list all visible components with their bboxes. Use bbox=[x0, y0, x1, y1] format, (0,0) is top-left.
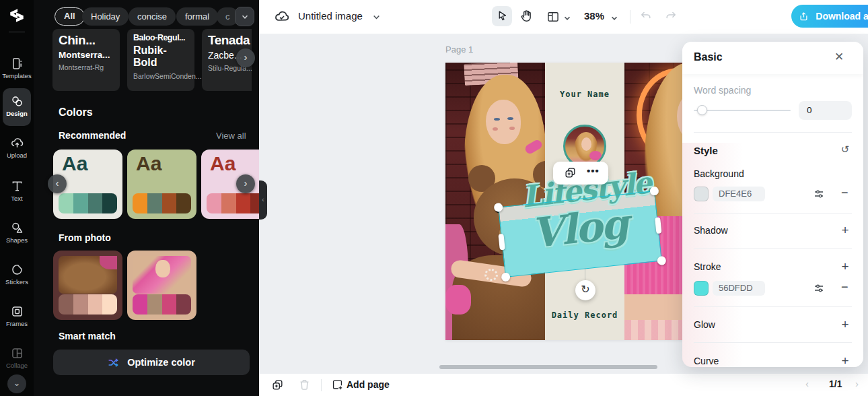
word-spacing-slider-handle[interactable] bbox=[697, 105, 707, 115]
background-adjust-icon[interactable] bbox=[813, 188, 825, 203]
zoom-level-value[interactable]: 38% bbox=[584, 10, 604, 22]
font-card-title: Chin... bbox=[59, 33, 114, 48]
bottombar-divider bbox=[321, 379, 322, 391]
swatch bbox=[59, 294, 73, 315]
layout-tool-icon[interactable] bbox=[546, 10, 560, 26]
design-icon bbox=[0, 94, 34, 108]
photo-palette-card[interactable] bbox=[127, 251, 196, 320]
filter-chip-all[interactable]: All bbox=[55, 7, 85, 26]
zoom-chevron-down-icon[interactable] bbox=[610, 13, 618, 25]
horizontal-scrollbar[interactable] bbox=[439, 365, 657, 369]
more-options-icon[interactable]: ••• bbox=[587, 165, 600, 176]
photo-thumbnail bbox=[59, 256, 117, 294]
rotate-handle[interactable]: ↻ bbox=[575, 280, 595, 300]
chevron-left-icon: ‹ bbox=[262, 196, 264, 203]
font-card[interactable]: Baloo-Regul... Rubik-Bold BarlowSemiCond… bbox=[127, 29, 194, 91]
sidebar-item-text[interactable]: Text bbox=[0, 179, 34, 202]
next-page-icon[interactable]: › bbox=[855, 378, 859, 389]
word-spacing-slider-track[interactable] bbox=[694, 110, 791, 111]
add-page-icon[interactable] bbox=[331, 378, 344, 394]
smart-match-heading: Smart match bbox=[59, 331, 116, 341]
stroke-add-button[interactable]: + bbox=[838, 259, 852, 274]
filter-chip-formal[interactable]: formal bbox=[176, 7, 218, 26]
stroke-adjust-icon[interactable] bbox=[813, 282, 825, 297]
sidebar: Templates Design Upload Text Shapes Stic… bbox=[0, 0, 34, 396]
palette-sample-text: Aa bbox=[53, 150, 122, 175]
stroke-hex-input[interactable]: 56DFDD bbox=[713, 281, 765, 296]
sidebar-item-stickers[interactable]: Stickers bbox=[0, 263, 34, 286]
sidebar-expand-button[interactable]: ⌄ bbox=[7, 374, 26, 393]
palette-carousel-next-button[interactable]: › bbox=[236, 174, 255, 193]
duplicate-page-icon[interactable] bbox=[271, 378, 284, 394]
font-card[interactable]: Chin... Montserra... Montserrat-Rg bbox=[52, 29, 120, 91]
background-color-swatch[interactable] bbox=[694, 187, 709, 201]
photo-palette-card[interactable] bbox=[53, 251, 122, 320]
curve-add-button[interactable]: + bbox=[838, 354, 852, 367]
filter-chip-holiday[interactable]: Holiday bbox=[82, 7, 129, 26]
panel-divider bbox=[694, 342, 852, 343]
curve-label: Curve bbox=[694, 356, 719, 366]
background-hex-input[interactable]: DFE4E6 bbox=[713, 187, 765, 201]
palette-sample-text: Aa bbox=[127, 150, 196, 175]
sidebar-item-upload[interactable]: Upload bbox=[0, 136, 34, 159]
sidebar-item-collage[interactable]: Collage bbox=[0, 346, 34, 369]
font-carousel-next-button[interactable]: › bbox=[236, 48, 255, 67]
sidebar-item-shapes[interactable]: Shapes bbox=[0, 221, 34, 244]
swatch bbox=[59, 193, 73, 213]
palette-card[interactable]: Aa bbox=[127, 150, 196, 219]
undo-icon[interactable] bbox=[639, 9, 653, 26]
swatch bbox=[250, 193, 259, 213]
sidebar-item-label: Stickers bbox=[0, 278, 34, 286]
panel-collapse-handle[interactable]: ‹ bbox=[259, 180, 267, 220]
bottom-bar: Add page ‹ 1/1 › bbox=[259, 374, 868, 396]
sidebar-item-design[interactable]: Design bbox=[0, 94, 34, 117]
swatch bbox=[207, 193, 221, 213]
swatch bbox=[147, 193, 162, 213]
document-title[interactable]: Untitled image bbox=[298, 10, 363, 22]
sidebar-item-label: Templates bbox=[0, 72, 34, 79]
daily-record-text[interactable]: Daily Record bbox=[545, 310, 624, 320]
palette-carousel-prev-button[interactable]: ‹ bbox=[48, 174, 67, 193]
download-all-button[interactable]: Download all bbox=[791, 5, 868, 28]
sidebar-item-label: Frames bbox=[0, 320, 34, 327]
sidebar-item-frames[interactable]: Frames bbox=[0, 304, 34, 327]
title-chevron-down-icon[interactable] bbox=[372, 12, 381, 24]
layout-chevron-down-icon[interactable] bbox=[563, 13, 571, 25]
optimize-color-button[interactable]: Optimize color bbox=[53, 350, 250, 375]
add-page-label[interactable]: Add page bbox=[347, 379, 390, 390]
filter-expand-button[interactable] bbox=[235, 7, 254, 26]
stroke-remove-button[interactable]: − bbox=[841, 280, 848, 294]
close-icon[interactable]: ✕ bbox=[834, 50, 844, 64]
templates-icon bbox=[0, 57, 34, 71]
swatch bbox=[102, 294, 117, 315]
photo-thumbnail bbox=[133, 256, 191, 294]
shadow-add-button[interactable]: + bbox=[838, 223, 852, 238]
style-reset-icon[interactable]: ↺ bbox=[838, 143, 852, 156]
hand-tool-icon[interactable] bbox=[519, 9, 534, 26]
panel-divider bbox=[694, 248, 852, 249]
chip-label: Holiday bbox=[91, 11, 120, 22]
sidebar-item-templates[interactable]: Templates bbox=[0, 57, 34, 79]
select-tool-button[interactable] bbox=[492, 6, 512, 26]
your-name-text[interactable]: Your Name bbox=[545, 90, 624, 99]
stroke-color-swatch[interactable] bbox=[694, 281, 709, 296]
background-label: Background bbox=[694, 168, 744, 179]
background-remove-button[interactable]: − bbox=[841, 186, 848, 200]
girl-eye bbox=[507, 117, 513, 120]
view-all-link[interactable]: View all bbox=[216, 131, 246, 141]
floating-context-toolbar: ••• bbox=[553, 162, 608, 185]
delete-page-icon[interactable] bbox=[298, 378, 311, 394]
glow-add-button[interactable]: + bbox=[838, 317, 852, 332]
duplicate-icon[interactable] bbox=[564, 166, 577, 182]
pink-glove bbox=[445, 285, 471, 315]
avatar-pink-top bbox=[589, 151, 602, 160]
prev-page-icon[interactable]: ‹ bbox=[805, 378, 809, 389]
font-card-subtitle: Montserra... bbox=[59, 50, 114, 60]
filter-chip-concise[interactable]: concise bbox=[129, 7, 176, 26]
shapes-icon bbox=[0, 221, 34, 235]
word-spacing-input[interactable]: 0 bbox=[799, 101, 852, 120]
redo-icon[interactable] bbox=[664, 9, 678, 26]
font-card-caption: BarlowSemiConden... bbox=[133, 72, 188, 80]
chevron-right-icon: › bbox=[244, 177, 248, 189]
basic-properties-panel: Basic ✕ Word spacing 0 Style ↺ Backgroun… bbox=[682, 42, 863, 367]
